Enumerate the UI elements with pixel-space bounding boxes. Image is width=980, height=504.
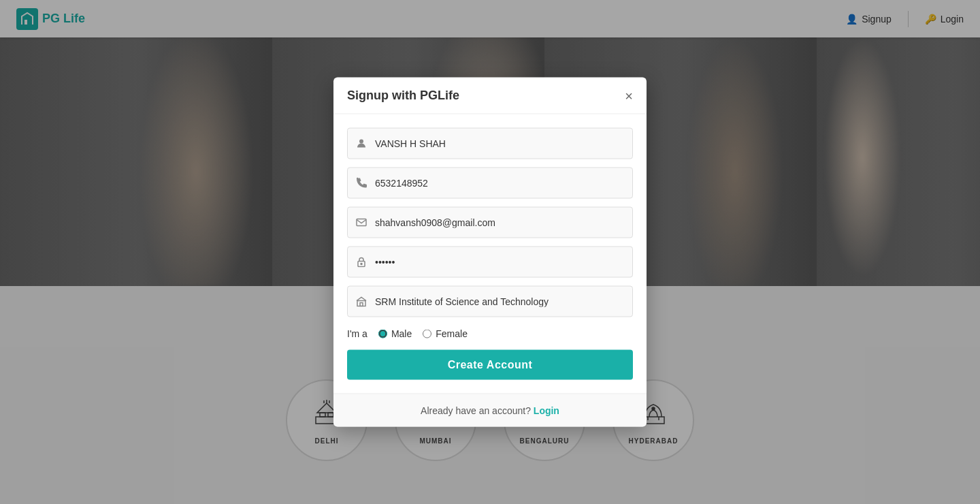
svg-rect-25	[357, 219, 366, 226]
gender-row: I'm a Male Female	[347, 326, 633, 342]
modal-body: I'm a Male Female Create Account	[333, 114, 647, 394]
footer-login-link[interactable]: Login	[534, 405, 559, 416]
signup-modal: Signup with PGLife ×	[333, 78, 647, 427]
footer-text: Already have an account?	[421, 405, 531, 416]
email-input-wrapper	[347, 207, 633, 238]
gender-female-option[interactable]: Female	[423, 328, 468, 339]
college-input-wrapper	[347, 286, 633, 317]
name-field[interactable]	[375, 129, 632, 159]
password-field[interactable]	[375, 247, 632, 277]
phone-input-wrapper	[347, 168, 633, 199]
svg-rect-29	[360, 303, 363, 306]
gender-label: I'm a	[347, 328, 368, 339]
modal-close-button[interactable]: ×	[625, 89, 633, 102]
modal-header: Signup with PGLife ×	[333, 78, 647, 114]
lock-icon	[348, 247, 375, 277]
svg-point-24	[359, 140, 363, 144]
college-field[interactable]	[375, 287, 632, 317]
svg-point-27	[361, 264, 362, 265]
user-icon	[348, 129, 375, 159]
gender-female-radio[interactable]	[423, 329, 431, 338]
email-field[interactable]	[375, 208, 632, 238]
phone-icon	[348, 168, 375, 198]
gender-male-option[interactable]: Male	[378, 328, 412, 339]
svg-rect-28	[357, 301, 365, 306]
gender-female-label: Female	[436, 328, 468, 339]
gender-male-label: Male	[391, 328, 412, 339]
modal-footer: Already have an account? Login	[333, 394, 647, 427]
college-icon	[348, 287, 375, 317]
phone-field[interactable]	[375, 168, 632, 198]
name-input-wrapper	[347, 128, 633, 159]
create-account-button[interactable]: Create Account	[347, 350, 633, 380]
password-input-wrapper	[347, 247, 633, 278]
email-icon	[348, 208, 375, 238]
modal-title: Signup with PGLife	[347, 89, 459, 103]
gender-male-radio[interactable]	[378, 329, 387, 338]
